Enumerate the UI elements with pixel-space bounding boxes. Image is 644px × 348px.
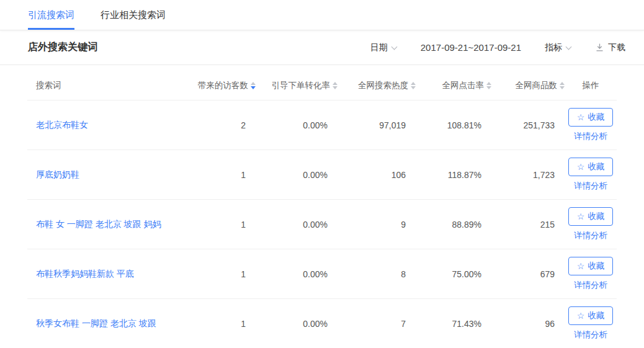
products-value: 215 — [491, 220, 565, 230]
visitors-value: 1 — [182, 319, 256, 329]
detail-analysis-link[interactable]: 详情分析 — [574, 131, 607, 142]
favorite-button[interactable]: ☆ 收藏 — [568, 207, 614, 226]
col-header-visitors[interactable]: 带来的访客数 — [182, 80, 256, 91]
chevron-down-icon — [391, 43, 397, 49]
metrics-dropdown-label: 指标 — [545, 42, 562, 53]
col-header-click-rate[interactable]: 全网点击率 — [416, 80, 491, 91]
visitors-value: 2 — [182, 120, 256, 130]
outside-store-search-keywords-page: 引流搜索词 行业相关搜索词 店外搜索关键词 日期 2017-09-21~2017… — [0, 0, 644, 348]
sort-carets-icon[interactable] — [251, 82, 256, 89]
table-row: 布鞋 女 一脚蹬 老北京 坡跟 妈妈 1 0.00% 9 88.89% 215 … — [27, 199, 617, 249]
col-header-search-heat[interactable]: 全网搜索热度 — [338, 80, 416, 91]
table-row: 秋季女布鞋 一脚蹬 老北京 坡跟 1 0.00% 7 71.43% 96 ☆ 收… — [27, 298, 617, 348]
detail-analysis-link[interactable]: 详情分析 — [574, 329, 607, 341]
keyword-link[interactable]: 厚底奶奶鞋 — [36, 169, 79, 179]
favorite-button[interactable]: ☆ 收藏 — [568, 108, 614, 127]
ctr-value: 88.89% — [416, 220, 491, 230]
visitors-value: 1 — [182, 269, 256, 279]
heat-value: 106 — [338, 170, 416, 180]
detail-analysis-link[interactable]: 详情分析 — [574, 230, 607, 241]
star-icon: ☆ — [577, 113, 585, 122]
page-title: 店外搜索关键词 — [28, 41, 97, 54]
metrics-dropdown[interactable]: 指标 — [545, 42, 571, 53]
table-row: 老北京布鞋女 2 0.00% 97,019 108.81% 251,733 ☆ … — [27, 100, 617, 149]
sort-carets-icon[interactable] — [411, 82, 416, 89]
tab-bar: 引流搜索词 行业相关搜索词 — [0, 0, 644, 30]
sort-carets-icon[interactable] — [333, 82, 338, 89]
star-icon: ☆ — [577, 163, 585, 171]
ctr-value: 118.87% — [416, 170, 491, 180]
favorite-button[interactable]: ☆ 收藏 — [568, 306, 614, 325]
conversion-value: 0.00% — [256, 319, 338, 329]
tab-label: 引流搜索词 — [28, 9, 74, 21]
table-header-row: 搜索词 带来的访客数 引导下单转化率 全网搜索热度 全网点击率 全网商品数 — [27, 71, 617, 100]
sort-carets-icon[interactable] — [486, 82, 491, 89]
download-icon — [595, 43, 604, 52]
products-value: 1,723 — [491, 170, 565, 180]
conversion-value: 0.00% — [256, 269, 338, 279]
tab-traffic-search-terms[interactable]: 引流搜索词 — [28, 0, 74, 30]
visitors-value: 1 — [182, 220, 256, 230]
download-label: 下载 — [608, 42, 625, 53]
favorite-button[interactable]: ☆ 收藏 — [568, 158, 614, 176]
heat-value: 9 — [338, 220, 416, 230]
keywords-table: 搜索词 带来的访客数 引导下单转化率 全网搜索热度 全网点击率 全网商品数 — [0, 65, 644, 348]
heat-value: 7 — [338, 319, 416, 329]
keyword-link[interactable]: 布鞋 女 一脚蹬 老北京 坡跟 妈妈 — [36, 219, 161, 229]
products-value: 96 — [491, 319, 565, 329]
keyword-link[interactable]: 秋季女布鞋 一脚蹬 老北京 坡跟 — [36, 318, 156, 328]
heat-value: 97,019 — [338, 120, 416, 130]
chevron-down-icon — [566, 43, 571, 49]
col-header-keyword: 搜索词 — [27, 80, 182, 91]
sort-carets-icon[interactable] — [560, 82, 565, 89]
conversion-value: 0.00% — [256, 170, 338, 180]
date-dropdown[interactable]: 日期 — [370, 42, 397, 53]
tab-label: 行业相关搜索词 — [101, 9, 166, 21]
col-header-action: 操作 — [565, 80, 617, 91]
star-icon: ☆ — [577, 262, 585, 270]
detail-analysis-link[interactable]: 详情分析 — [574, 280, 607, 291]
products-value: 679 — [491, 269, 565, 279]
header-controls: 日期 2017-09-21~2017-09-21 指标 下载 — [370, 42, 625, 53]
star-icon: ☆ — [577, 311, 585, 320]
heat-value: 8 — [338, 269, 416, 279]
conversion-value: 0.00% — [256, 120, 338, 130]
ctr-value: 108.81% — [416, 120, 491, 130]
table-row: 厚底奶奶鞋 1 0.00% 106 118.87% 1,723 ☆ 收藏 详情分… — [27, 149, 617, 199]
tab-industry-related-search-terms[interactable]: 行业相关搜索词 — [101, 0, 166, 30]
conversion-value: 0.00% — [256, 220, 338, 230]
table-row: 布鞋秋季妈妈鞋新款 平底 1 0.00% 8 75.00% 679 ☆ 收藏 详… — [27, 249, 617, 298]
col-header-conversion-rate[interactable]: 引导下单转化率 — [256, 80, 338, 91]
detail-analysis-link[interactable]: 详情分析 — [574, 181, 607, 192]
date-range-value[interactable]: 2017-09-21~2017-09-21 — [421, 42, 521, 53]
products-value: 251,733 — [491, 120, 565, 130]
ctr-value: 75.00% — [416, 269, 491, 279]
panel-header: 店外搜索关键词 日期 2017-09-21~2017-09-21 指标 下载 — [0, 30, 644, 65]
keyword-link[interactable]: 布鞋秋季妈妈鞋新款 平底 — [36, 269, 134, 279]
col-header-product-count[interactable]: 全网商品数 — [491, 80, 565, 91]
date-dropdown-label: 日期 — [370, 42, 388, 53]
star-icon: ☆ — [577, 212, 585, 221]
ctr-value: 71.43% — [416, 319, 491, 329]
visitors-value: 1 — [182, 170, 256, 180]
download-button[interactable]: 下载 — [595, 42, 625, 53]
favorite-button[interactable]: ☆ 收藏 — [568, 257, 614, 275]
keyword-link[interactable]: 老北京布鞋女 — [36, 120, 88, 130]
